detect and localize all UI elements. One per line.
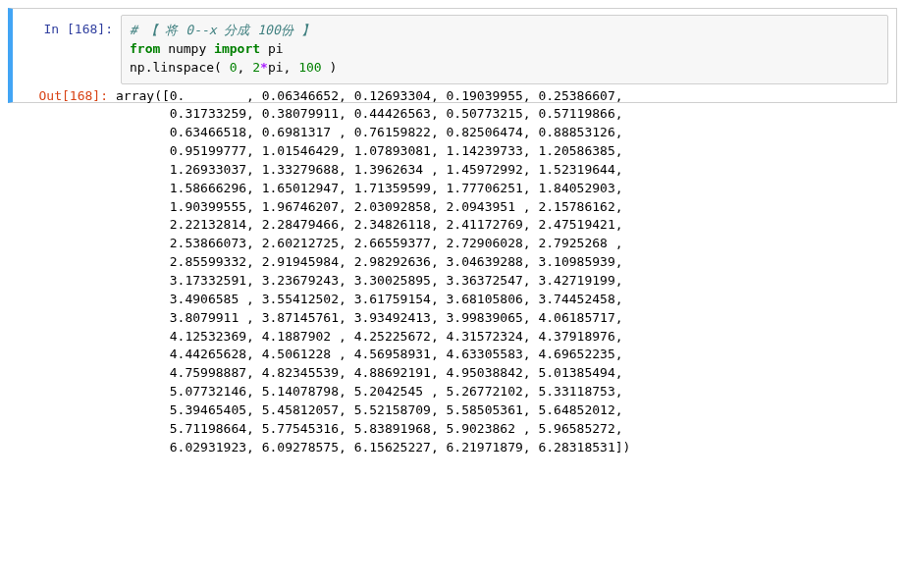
code-operator: * [260, 60, 268, 75]
code-text: pi [260, 41, 283, 56]
code-number: 100 [298, 60, 321, 75]
code-number: 2 [252, 60, 260, 75]
code-keyword-import: import [214, 41, 260, 56]
output-prompt: Out[168]: [39, 88, 108, 103]
code-number: 0 [230, 60, 238, 75]
code-text: pi, [268, 60, 298, 75]
output-text: array([0. , 0.06346652, 0.12693304, 0.19… [116, 85, 897, 457]
prompt-column: In [168]: [13, 15, 121, 96]
code-text: ) [322, 60, 338, 75]
output-section: Out[168]: array([0. , 0.06346652, 0.1269… [8, 85, 897, 457]
code-text: numpy [160, 41, 214, 56]
output-prompt-col: Out[168]: [8, 85, 116, 457]
code-comment: # 【 将 0--x 分成 100份 】 [130, 23, 314, 37]
content-column: # 【 将 0--x 分成 100份 】 from numpy import p… [121, 15, 896, 96]
code-input-area[interactable]: # 【 将 0--x 分成 100份 】 from numpy import p… [121, 15, 888, 84]
code-keyword-from: from [130, 41, 160, 56]
code-text: , [238, 60, 253, 75]
input-prompt: In [168]: [44, 22, 113, 36]
code-text: np.linspace( [130, 60, 230, 75]
